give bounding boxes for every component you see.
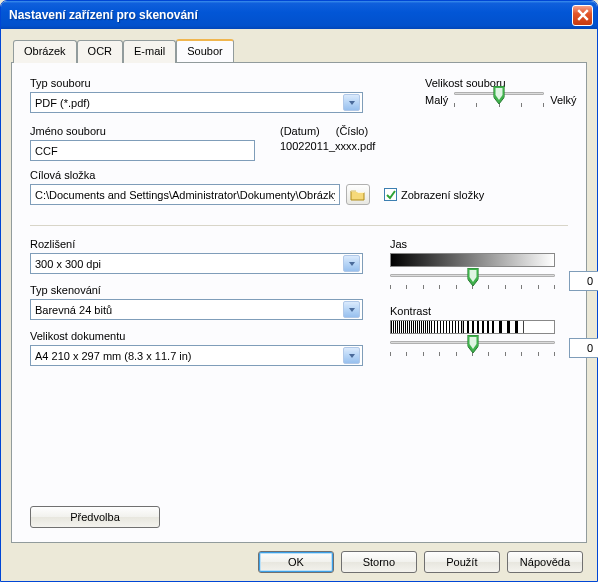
show-folder-checkbox[interactable]: Zobrazení složky xyxy=(384,188,484,201)
date-label: (Datum) xyxy=(280,125,320,137)
number-label: (Číslo) xyxy=(336,125,368,137)
file-size-min: Malý xyxy=(425,94,448,106)
resolution-value: 300 x 300 dpi xyxy=(35,258,101,270)
section-divider xyxy=(30,225,568,226)
tab-email[interactable]: E-mail xyxy=(123,40,176,63)
dest-label: Cílová složka xyxy=(30,169,568,181)
close-icon xyxy=(577,9,589,21)
folder-icon xyxy=(350,188,366,202)
filename-row: Jméno souboru (Datum) (Číslo) 10022011_x… xyxy=(30,125,568,161)
chevron-down-icon xyxy=(343,347,360,364)
docsize-value: A4 210 x 297 mm (8.3 x 11.7 in) xyxy=(35,350,192,362)
resolution-label: Rozlišení xyxy=(30,238,370,250)
checkmark-icon xyxy=(386,190,396,200)
titlebar: Nastavení zařízení pro skenování xyxy=(1,1,597,29)
filename-label: Jméno souboru xyxy=(30,125,260,137)
napoveda-button[interactable]: Nápověda xyxy=(507,551,583,573)
brightness-slider[interactable] xyxy=(390,274,555,289)
dialog-footer: OK Storno Použít Nápověda xyxy=(11,543,587,573)
client-area: Obrázek OCR E-mail Soubor Typ souboru PD… xyxy=(1,29,597,581)
file-size-max: Velký xyxy=(550,94,576,106)
tabpage-soubor: Typ souboru PDF (*.pdf) Velikost souboru… xyxy=(11,62,587,543)
filename-input[interactable] xyxy=(30,140,255,161)
scantype-label: Typ skenování xyxy=(30,284,370,296)
browse-folder-button[interactable] xyxy=(346,184,370,205)
close-button[interactable] xyxy=(572,5,593,26)
predvolba-button[interactable]: Předvolba xyxy=(30,506,160,528)
scantype-combo[interactable]: Barevná 24 bitů xyxy=(30,299,363,320)
tab-obrazek[interactable]: Obrázek xyxy=(13,40,77,63)
top-section: Typ souboru PDF (*.pdf) Velikost souboru… xyxy=(30,77,568,113)
bottom-section: Rozlišení 300 x 300 dpi Typ skenování Ba… xyxy=(30,238,568,366)
contrast-value[interactable]: 0 xyxy=(569,338,598,358)
tabstrip: Obrázek OCR E-mail Soubor xyxy=(11,39,587,62)
show-folder-label: Zobrazení složky xyxy=(401,189,484,201)
contrast-slider[interactable] xyxy=(390,341,555,356)
filename-pattern: 10022011_xxxx.pdf xyxy=(280,140,375,152)
ok-button[interactable]: OK xyxy=(258,551,334,573)
storno-button[interactable]: Storno xyxy=(341,551,417,573)
resolution-combo[interactable]: 300 x 300 dpi xyxy=(30,253,363,274)
contrast-label: Kontrast xyxy=(390,305,598,317)
tab-soubor[interactable]: Soubor xyxy=(176,39,233,62)
brightness-label: Jas xyxy=(390,238,598,250)
brightness-gradient xyxy=(390,253,555,267)
file-type-combo[interactable]: PDF (*.pdf) xyxy=(30,92,363,113)
pouzit-button[interactable]: Použít xyxy=(424,551,500,573)
window-title: Nastavení zařízení pro skenování xyxy=(9,8,572,22)
file-type-label: Typ souboru xyxy=(30,77,365,89)
file-size-slider[interactable] xyxy=(454,92,544,107)
destination-row: Cílová složka Zobrazení složky xyxy=(30,169,568,205)
scantype-value: Barevná 24 bitů xyxy=(35,304,112,316)
chevron-down-icon xyxy=(343,94,360,111)
file-type-value: PDF (*.pdf) xyxy=(35,97,90,109)
docsize-label: Velikost dokumentu xyxy=(30,330,370,342)
contrast-pattern xyxy=(390,320,555,334)
chevron-down-icon xyxy=(343,255,360,272)
chevron-down-icon xyxy=(343,301,360,318)
tab-ocr[interactable]: OCR xyxy=(77,40,123,63)
dest-input[interactable] xyxy=(30,184,340,205)
brightness-value[interactable]: 0 xyxy=(569,271,598,291)
docsize-combo[interactable]: A4 210 x 297 mm (8.3 x 11.7 in) xyxy=(30,345,363,366)
dialog-window: Nastavení zařízení pro skenování Obrázek… xyxy=(0,0,598,582)
